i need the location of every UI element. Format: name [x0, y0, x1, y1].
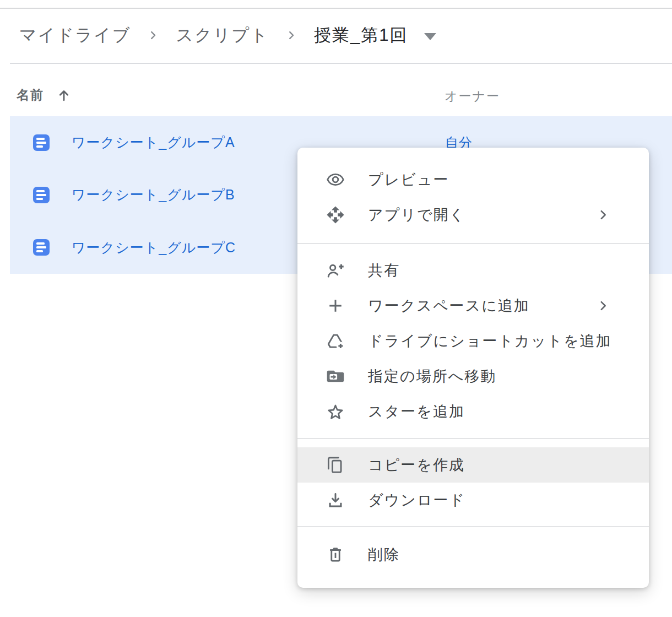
menu-item-download[interactable]: ダウンロード — [297, 483, 649, 518]
column-header-owner: オーナー — [445, 88, 500, 105]
menu-item-label: スターを追加 — [368, 402, 465, 421]
context-menu-section-open: プレビュー アプリで開く — [297, 148, 649, 243]
breadcrumb: マイドライブ スクリプト 授業_第1回 — [19, 21, 436, 50]
file-name: ワークシート_グループA — [72, 133, 235, 151]
context-menu: プレビュー アプリで開く 共有 ワークスペースに追加 — [297, 148, 649, 588]
menu-item-label: ドライブにショートカットを追加 — [368, 331, 612, 351]
menu-item-label: ダウンロード — [368, 490, 465, 510]
context-menu-section-delete: 削除 — [297, 527, 649, 588]
menu-item-label: コピーを作成 — [368, 455, 465, 475]
caret-down-icon[interactable] — [424, 33, 436, 40]
plus-icon — [326, 296, 345, 315]
column-header-name[interactable]: 名前 — [17, 86, 72, 104]
open-with-icon — [326, 205, 345, 224]
google-docs-file-icon — [33, 187, 50, 203]
menu-item-label: 共有 — [368, 261, 400, 280]
menu-item-delete[interactable]: 削除 — [297, 537, 649, 572]
eye-icon — [326, 170, 345, 189]
column-header-name-label: 名前 — [17, 86, 44, 104]
google-docs-file-icon — [33, 134, 50, 151]
context-menu-section-organize: 共有 ワークスペースに追加 ドライブにショートカットを追加 指定の場所へ移動 — [297, 244, 649, 438]
person-add-icon — [326, 261, 345, 280]
top-divider — [0, 8, 672, 9]
copy-icon — [326, 456, 345, 474]
sort-ascending-icon[interactable] — [56, 87, 72, 104]
menu-item-move-to[interactable]: 指定の場所へ移動 — [297, 359, 649, 394]
menu-item-add-star[interactable]: スターを追加 — [297, 394, 649, 429]
menu-item-label: アプリで開く — [368, 205, 465, 225]
menu-item-preview[interactable]: プレビュー — [297, 162, 649, 197]
download-icon — [326, 491, 345, 510]
menu-item-make-a-copy[interactable]: コピーを作成 — [297, 447, 649, 483]
chevron-right-icon — [285, 28, 297, 42]
menu-item-open-with[interactable]: アプリで開く — [297, 197, 649, 232]
star-icon — [326, 402, 345, 421]
menu-item-label: プレビュー — [368, 170, 449, 190]
file-name: ワークシート_グループB — [72, 186, 235, 204]
breadcrumb-item-my-drive[interactable]: マイドライブ — [19, 24, 131, 47]
breadcrumb-divider — [10, 63, 672, 64]
breadcrumb-item-scripts[interactable]: スクリプト — [176, 24, 269, 47]
menu-item-label: 削除 — [368, 545, 400, 565]
menu-item-add-shortcut-to-drive[interactable]: ドライブにショートカットを追加 — [297, 323, 649, 359]
submenu-chevron-right-icon — [596, 299, 610, 313]
drive-add-shortcut-icon — [326, 332, 345, 350]
menu-item-add-to-workspace[interactable]: ワークスペースに追加 — [297, 288, 649, 323]
menu-item-label: ワークスペースに追加 — [368, 296, 530, 316]
breadcrumb-item-current-folder[interactable]: 授業_第1回 — [314, 24, 408, 47]
menu-item-label: 指定の場所へ移動 — [368, 366, 496, 386]
chevron-right-icon — [147, 28, 159, 42]
menu-item-share[interactable]: 共有 — [297, 253, 649, 288]
trash-icon — [326, 545, 345, 564]
google-docs-file-icon — [33, 239, 50, 256]
context-menu-section-copy: コピーを作成 ダウンロード — [297, 439, 649, 526]
folder-move-icon — [326, 367, 345, 386]
file-name: ワークシート_グループC — [72, 239, 236, 257]
submenu-chevron-right-icon — [596, 208, 610, 222]
